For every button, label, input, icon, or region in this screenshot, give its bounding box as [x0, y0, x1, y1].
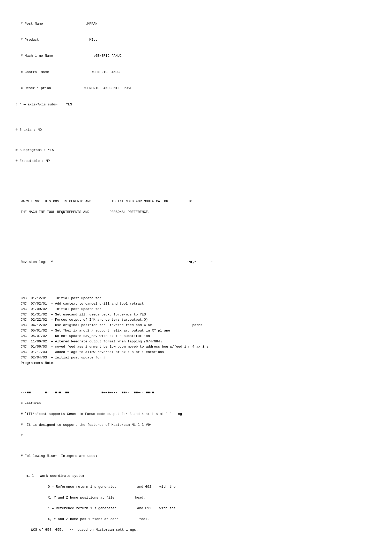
subprograms-text: # Subprograms : YES — [16, 148, 54, 152]
cnc-log-entry: CNC 01/09/02 — Initial post update for — [16, 307, 376, 312]
executable-text: # Executable : MP — [16, 159, 50, 163]
mi1-xy-left: X, Y and Z home positions at file — [48, 495, 114, 501]
features-label-line: # Features: — [16, 401, 376, 406]
cnc-text: Initial post update for — [55, 296, 101, 300]
mi1-label: mi l — Work coordinate system — [26, 474, 84, 478]
mi1-wcs: WCS of G54, G55. — ·· based on Mastercam… — [31, 528, 138, 532]
features-line1: # ˋTḟḟ’s”post supports Gener ic Fanuc co… — [16, 412, 376, 417]
executable-line: # Executable : MP — [16, 159, 376, 164]
cnc-date: CNC 05/01/02 — [21, 329, 47, 333]
cnc-log-entry: CNC 01/12/01 — Initial post update for — [16, 296, 376, 301]
mi1-xyz-mid — [119, 517, 139, 522]
product-label: # Product — [21, 38, 39, 42]
cnc-log-entry: CNC 01/31/02 — Set usecandrill, usecanpe… — [16, 312, 376, 318]
description-line: # Descr i ption :GENERIC FANUC MILL POST — [16, 86, 376, 91]
features-text1: # ˋTḟḟ’s”post supports Gener ic Fanuc co… — [21, 412, 184, 416]
mi1-1-indent — [16, 506, 48, 511]
cnc-dash: — — [47, 334, 55, 338]
cnc-log-entry: Programmers Note: — [16, 361, 376, 366]
cnc-date: Programmers Note: — [21, 361, 55, 365]
cnc-log-entry: CNC 01/17/03 — Added flags to allow reve… — [16, 350, 376, 355]
revision-decorative: “ ·•■„“ ⇐ — [51, 260, 212, 264]
features-decorative: ··•■■ ■····■•■ ■■ ■—·■—··· ■■•· ■■—···■■… — [21, 391, 154, 394]
warning-line1: WARN I NG: THIS POST IS GENERIC AND IS I… — [16, 199, 376, 204]
cnc-dash: — — [47, 296, 55, 300]
cnc-date: CNC 01/09/02 — [21, 307, 47, 311]
features-decorative-line: ··•■■ ■····■•■ ■■ ■—·■—··· ■■•· ■■—···■■… — [16, 390, 376, 395]
revision-label: Revision log:·· — [21, 260, 51, 264]
cnc-text: Add cantext to cancel drill and tool ret… — [55, 302, 144, 306]
cnc-text: Initial post update for # — [55, 356, 106, 359]
cnc-text: Do not update sav_rev with ax i s substi… — [55, 334, 150, 338]
mi1-xyz-indent — [16, 517, 48, 522]
post-name-value: :MPFAN — [85, 22, 98, 26]
post-name-spacer — [43, 22, 85, 26]
mi1-xy-line: X, Y and Z home positions at file head. — [16, 495, 376, 501]
cnc-dash: — — [47, 356, 55, 359]
features-label: # Features: — [21, 401, 43, 405]
cnc-dash: — — [47, 345, 55, 349]
mi1-1-right2: tool. — [139, 517, 149, 522]
axis-value: :YES — [64, 103, 72, 106]
cnc-date: CNC 11/06/02 — [21, 340, 47, 343]
cnc-date: CNC 02/22/02 — [21, 318, 47, 322]
features-line3: # — [16, 433, 376, 439]
cnc-text: Initial post update for — [55, 307, 101, 311]
cnc-date: CNC 01/12/01 — [21, 296, 47, 300]
cnc-dash: — — [47, 323, 55, 327]
cnc-dash: — — [47, 313, 55, 316]
axis-label: # 4 — axis/Axis subs• — [16, 103, 58, 106]
cnc-date: CNC 07/02/01 — [21, 302, 47, 306]
cnc-log-entry: CNC 04/12/02 — Use original position for… — [16, 323, 376, 328]
document-content: # Post Name :MPFAN # Product MILL # Mach… — [16, 10, 376, 290]
subprograms-line: # Subprograms : YES — [16, 148, 376, 153]
cnc-dash: — — [47, 318, 55, 322]
warning-line2: THE MACH INE TOOL REQUIREMENTS AND PERSO… — [16, 210, 376, 215]
cnc-text: moved feed ass i gnment be low pcom move… — [55, 345, 209, 349]
cnc-date: CNC 01/06/03 — [21, 345, 47, 349]
cnc-dash: — — [47, 302, 55, 306]
warning-text2: THE MACH INE TOOL REQUIREMENTS AND PERSO… — [21, 210, 150, 214]
control-name-label: # Control Name — [21, 70, 49, 74]
cnc-log-entry: CNC 02/22/02 — Forces output of I”K arc … — [16, 317, 376, 323]
misc-header-line: # Fol lowing Mise• Integers are used: — [16, 454, 376, 459]
description-label: # Descr i ption — [21, 86, 51, 90]
features-text2: # It is designed to support the features… — [21, 423, 152, 427]
machine-name-spacer — [53, 54, 93, 58]
cnc-text: Set usecandrill, usecanpeck, force‹wcs t… — [55, 313, 146, 316]
mi1-1-right: and G92 with the — [137, 506, 175, 511]
cnc-log-entry: CNC 02/04/03 — Initial post update for # — [16, 355, 376, 361]
control-name-line: # Control Name :GENERIC FANUC — [16, 70, 376, 75]
post-name-label: # Post Name — [21, 22, 43, 26]
product-spacer — [39, 38, 89, 42]
cnc-dash: — — [47, 307, 55, 311]
features-section: ··•■■ ■····■•■ ■■ ■—·■—··· ■■•· ■■—···■■… — [16, 366, 376, 547]
five-axis-text: # 5-axis : NO — [16, 128, 42, 132]
mi1-xyz-left: X, Y and Z home pos i tions at each — [48, 517, 119, 522]
mi1-wcs-line: WCS of G54, G55. — ·· based on Mastercam… — [16, 527, 376, 533]
features-text3: # — [21, 434, 23, 438]
description-value: :GENERIC FANUC MILL POST — [83, 86, 132, 90]
mi1-1-mid — [116, 506, 137, 511]
cnc-text: Use original position for inverse feed a… — [55, 323, 203, 327]
five-axis-line: # 5-axis : NO — [16, 127, 376, 133]
post-name-line: # Post Name :MPFAN — [16, 21, 376, 27]
cnc-date: CNC 01/31/02 — [21, 313, 47, 316]
warning-text1: WARN I NG: THIS POST IS GENERIC AND IS I… — [21, 199, 192, 203]
cnc-log-entry: CNC 05/07/02 — Do not update sav_rev wit… — [16, 334, 376, 339]
axis-line: # 4 — axis/Axis subs• :YES — [16, 102, 376, 107]
axis-spacer — [58, 103, 64, 106]
cnc-date: CNC 02/04/03 — [21, 356, 47, 359]
mi1-1-left: 1 = Reference return i s generated — [48, 506, 116, 511]
mi1-0-line: 0 = Reference return i s generated and G… — [16, 484, 376, 490]
mi1-label-line: mi l — Work coordinate system — [16, 473, 376, 479]
cnc-date: CNC 01/17/03 — [21, 350, 47, 354]
misc-header: # Fol lowing Mise• Integers are used: — [21, 454, 97, 458]
mi1-1-line: 1 = Reference return i s generated and G… — [16, 506, 376, 511]
cnc-log-entry: CNC 11/06/02 — Altered Feedrate output f… — [16, 339, 376, 344]
control-name-spacer — [49, 70, 91, 74]
mi1-0-indent — [16, 484, 48, 490]
product-value: MILL — [89, 38, 97, 42]
machine-name-label: # Mach i ne Name — [21, 54, 53, 58]
control-name-value: :GENERIC FANUC — [91, 70, 120, 74]
